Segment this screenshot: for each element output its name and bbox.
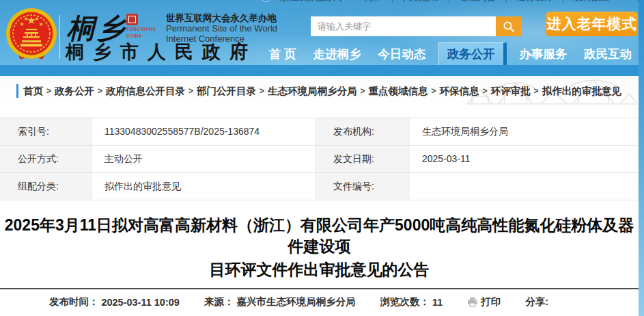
main-nav: 首 页 走进桐乡 今日动态 政务公开 办事服务 政民互动 <box>265 42 636 65</box>
source: 来源： 嘉兴市生态环境局桐乡分局 <box>204 295 356 308</box>
tongxiang-seal: TONGXIANG CHINA <box>126 14 165 39</box>
breadcrumb-item-env-info[interactable]: 环保信息 <box>440 85 479 98</box>
top-utility-bar: 浙江政务服务网 简体 | 阅读辅助 | 智能问答 | 运行统计 | 统计数据 登… <box>0 0 644 5</box>
seal-stamp-icon <box>126 14 138 25</box>
nav-underline-strip <box>0 65 644 76</box>
print-button[interactable]: 打印 <box>467 295 501 308</box>
info-value-index-no: 11330483002558577B/2025-136874 <box>92 118 316 146</box>
topbar-separator: | <box>505 0 507 3</box>
topbar-portal-link[interactable]: 浙江政务服务网 <box>280 0 342 3</box>
seal-text-china: CHINA <box>126 34 165 39</box>
scrollbar[interactable] <box>639 0 644 316</box>
breadcrumb-separator: > <box>432 86 436 96</box>
topbar-link-stats[interactable]: 运行统计 <box>517 0 552 3</box>
breadcrumb-separator: > <box>98 86 102 96</box>
publish-time: 发布时间： 2025-03-11 10:09 <box>49 295 180 308</box>
breadcrumb-separator: > <box>534 86 539 96</box>
nav-item-gov-disclosure[interactable]: 政务公开 <box>438 42 507 65</box>
breadcrumb-item-eia-approval[interactable]: 环评审批 <box>491 85 531 98</box>
view-count-label: 浏览次数： <box>380 295 430 308</box>
nav-item-about-tongxiang[interactable]: 走进桐乡 <box>309 42 365 65</box>
slogan-chinese: 世界互联网大会永久举办地 <box>166 13 277 23</box>
breadcrumb-item-eco-env-bureau[interactable]: 生态环境局桐乡分局 <box>268 85 357 98</box>
print-label: 打印 <box>481 295 501 308</box>
breadcrumb-item-dept-catalog[interactable]: 部门公开目录 <box>197 85 256 98</box>
info-label-category: 组配分类: <box>0 173 92 200</box>
breadcrumb-item-info-catalog[interactable]: 政府信息公开目录 <box>106 85 185 98</box>
topbar-separator: | <box>391 0 393 3</box>
share-label: 分享: <box>525 295 548 308</box>
share-button[interactable]: 分享: <box>525 295 548 308</box>
info-value-issuing-agency: 生态环境局桐乡分局 <box>410 118 639 146</box>
breadcrumb-separator: > <box>361 86 365 96</box>
info-value-doc-number <box>410 173 639 200</box>
page: 浙江政务服务网 简体 | 阅读辅助 | 智能问答 | 运行统计 | 统计数据 登… <box>0 0 644 316</box>
info-label-issuing-agency: 发布机构: <box>316 118 410 146</box>
search-icon <box>503 21 515 33</box>
breadcrumb-item-gov-disclosure[interactable]: 政务公开 <box>55 85 94 98</box>
info-value-issue-date: 2025-03-11 <box>410 146 639 173</box>
topbar-link-stat-data[interactable]: 统计数据 <box>574 0 610 3</box>
source-label: 来源： <box>204 295 234 308</box>
info-label-doc-number: 文件编号: <box>316 173 410 200</box>
svg-text:★: ★ <box>38 21 43 27</box>
topbar-link-reading-aid[interactable]: 阅读辅助 <box>403 0 438 3</box>
info-label-issue-date: 发文日期: <box>316 146 410 173</box>
nav-item-public-interaction[interactable]: 政民互动 <box>580 42 636 65</box>
nav-item-today-news[interactable]: 今日动态 <box>374 42 430 65</box>
breadcrumb: 首页 > 政务公开 > 政府信息公开目录 > 部门公开目录 > 生态环境局桐乡分… <box>23 76 621 106</box>
breadcrumb-item-home[interactable]: 首页 <box>23 85 43 98</box>
printer-icon <box>467 297 478 307</box>
topbar-separator: | <box>562 0 564 3</box>
nav-item-home[interactable]: 首 页 <box>265 42 300 65</box>
breadcrumb-separator: > <box>483 86 488 96</box>
info-label-index-no: 索引号: <box>0 118 92 146</box>
zhejiang-portal-icon <box>262 0 270 2</box>
national-emblem-logo: ★ ★ ★ ★ ★ <box>5 8 57 64</box>
breadcrumb-separator: > <box>46 86 51 96</box>
view-count-value: 11 <box>432 297 443 308</box>
search-input[interactable] <box>311 16 496 36</box>
topbar-link-smart-qa[interactable]: 智能问答 <box>460 0 496 3</box>
document-info-table: 索引号: 11330483002558577B/2025-136874 发布机构… <box>0 118 639 200</box>
info-label-disclosure-method: 公开方式: <box>0 146 92 173</box>
breadcrumb-separator: > <box>188 86 193 96</box>
publish-time-label: 发布时间： <box>49 295 99 308</box>
breadcrumb-accent-bar <box>16 84 18 98</box>
svg-text:★: ★ <box>19 21 24 27</box>
svg-text:★: ★ <box>23 16 28 22</box>
article-title-line-2: 目环评文件作出审批意见的公告 <box>0 259 639 280</box>
info-value-category: 拟作出的审批意见 <box>92 173 316 200</box>
search-box <box>311 16 521 36</box>
article-meta-row: 发布时间： 2025-03-11 10:09 来源： 嘉兴市生态环境局桐乡分局 … <box>0 289 618 315</box>
topbar-link-simplified[interactable]: 简体 <box>364 0 382 3</box>
article-title-line-1: 2025年3月11日拟对高富高新材料（浙江）有限公司年产5000吨高纯高性能氮化… <box>0 215 639 257</box>
publish-time-value: 2025-03-11 10:09 <box>101 297 180 308</box>
elderly-mode-button[interactable]: 进入老年模式 <box>546 12 638 36</box>
slogan-english-1: Permanent Site of the World <box>166 23 277 34</box>
nav-item-services[interactable]: 办事服务 <box>515 42 571 65</box>
topbar-separator: | <box>448 0 450 3</box>
breadcrumb-item-current: 拟作出的审批意见 <box>542 85 621 98</box>
breadcrumb-bar: 首页 > 政务公开 > 政府信息公开目录 > 部门公开目录 > 生态环境局桐乡分… <box>0 76 644 106</box>
breadcrumb-item-key-areas[interactable]: 重点领域信息 <box>369 85 428 98</box>
view-count: 浏览次数： 11 <box>380 295 443 308</box>
info-value-disclosure-method: 主动公开 <box>92 146 316 173</box>
search-button[interactable] <box>496 16 521 36</box>
site-header: 浙江政务服务网 简体 | 阅读辅助 | 智能问答 | 运行统计 | 统计数据 登… <box>0 0 644 65</box>
seal-text-tongxiang: TONGXIANG <box>126 27 165 32</box>
site-name: 桐乡市人民政府 <box>66 40 257 64</box>
header-divider <box>59 15 60 59</box>
source-value: 嘉兴市生态环境局桐乡分局 <box>236 295 355 308</box>
breadcrumb-separator: > <box>260 86 264 96</box>
